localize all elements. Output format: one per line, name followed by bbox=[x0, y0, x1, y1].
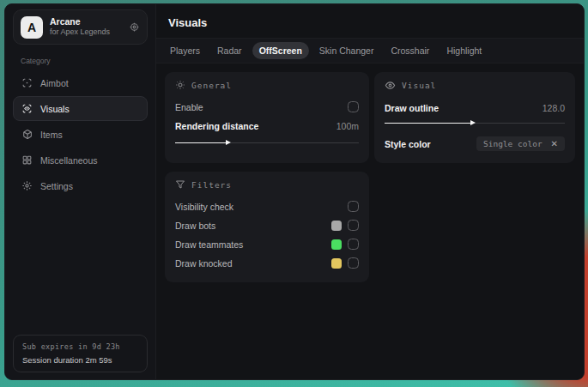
rendering-distance-slider[interactable] bbox=[175, 138, 359, 147]
sidebar-item-miscellaneous[interactable]: Miscellaneous bbox=[13, 148, 148, 172]
tab-players[interactable]: Players bbox=[163, 42, 207, 59]
draw-knocked-color-swatch[interactable] bbox=[331, 258, 342, 269]
visual-card: Visual Draw outline 128.0 Style color Si… bbox=[374, 72, 575, 163]
card-title: Filters bbox=[191, 180, 232, 190]
tab-skin-changer[interactable]: Skin Changer bbox=[312, 42, 381, 59]
draw-knocked-checkbox[interactable] bbox=[348, 257, 359, 269]
close-icon[interactable]: ✕ bbox=[551, 140, 558, 148]
draw-outline-value: 128.0 bbox=[543, 103, 565, 113]
draw-bots-row: Draw bots bbox=[175, 216, 359, 234]
sidebar: A Arcane for Apex Legends Category bbox=[5, 4, 156, 379]
app-logo: A bbox=[21, 16, 43, 39]
visibility-check-row: Visibility check bbox=[175, 197, 359, 215]
visibility-check-checkbox[interactable] bbox=[348, 201, 359, 212]
category-label: Category bbox=[21, 57, 148, 65]
crosshair-icon bbox=[21, 77, 33, 88]
sidebar-item-items[interactable]: Items bbox=[13, 122, 148, 147]
subscription-info: Sub expires in 9d 23h Session duration 2… bbox=[13, 335, 148, 372]
style-color-row: Style color Single color ✕ bbox=[385, 135, 565, 153]
package-icon bbox=[21, 129, 33, 140]
scan-eye-icon bbox=[21, 103, 33, 114]
enable-checkbox[interactable] bbox=[348, 101, 359, 112]
sidebar-item-visuals[interactable]: Visuals bbox=[13, 96, 148, 121]
sidebar-nav: Aimbot Visuals bbox=[13, 70, 148, 198]
content-area: General Enable Rendering distance 100m bbox=[156, 63, 584, 379]
rendering-distance-row: Rendering distance 100m bbox=[175, 117, 359, 135]
gear-icon[interactable] bbox=[129, 21, 140, 33]
tab-offscreen[interactable]: OffScreen bbox=[252, 42, 309, 59]
draw-outline-slider[interactable] bbox=[385, 118, 565, 127]
main-panel: Visuals Players Radar OffScreen Skin Cha… bbox=[156, 4, 584, 379]
sun-icon bbox=[175, 80, 185, 90]
tab-bar: Players Radar OffScreen Skin Changer Cro… bbox=[156, 38, 584, 63]
tab-radar[interactable]: Radar bbox=[210, 42, 249, 59]
draw-teammates-color-swatch[interactable] bbox=[331, 239, 342, 250]
session-duration-text: Session duration 2m 59s bbox=[22, 355, 138, 365]
sidebar-item-label: Items bbox=[40, 130, 63, 140]
enable-row: Enable bbox=[175, 98, 359, 116]
app-window: A Arcane for Apex Legends Category bbox=[4, 3, 585, 380]
style-color-select[interactable]: Single color ✕ bbox=[476, 136, 565, 151]
draw-knocked-row: Draw knocked bbox=[175, 254, 359, 272]
draw-teammates-row: Draw teammates bbox=[175, 235, 359, 253]
funnel-icon bbox=[175, 179, 185, 190]
sub-expires-text: Sub expires in 9d 23h bbox=[22, 342, 138, 351]
draw-bots-color-swatch[interactable] bbox=[331, 221, 342, 231]
page-title: Visuals bbox=[156, 4, 584, 38]
sidebar-item-label: Visuals bbox=[40, 104, 70, 114]
eye-icon bbox=[385, 80, 396, 91]
sidebar-item-label: Aimbot bbox=[40, 78, 69, 88]
app-subtitle: for Apex Legends bbox=[50, 27, 122, 37]
gear-icon bbox=[21, 180, 33, 191]
draw-outline-row: Draw outline 128.0 bbox=[385, 99, 565, 117]
filters-card: Filters Visibility check Draw bots Draw … bbox=[165, 172, 369, 282]
tab-crosshair[interactable]: Crosshair bbox=[384, 42, 436, 59]
sidebar-item-settings[interactable]: Settings bbox=[13, 173, 148, 198]
sidebar-item-label: Miscellaneous bbox=[40, 155, 98, 166]
card-title: Visual bbox=[402, 81, 436, 90]
grid-icon bbox=[21, 154, 33, 166]
draw-bots-checkbox[interactable] bbox=[348, 220, 359, 231]
sidebar-item-aimbot[interactable]: Aimbot bbox=[13, 70, 148, 95]
app-header-card: A Arcane for Apex Legends bbox=[13, 9, 148, 45]
tab-highlight[interactable]: Highlight bbox=[439, 42, 488, 59]
draw-teammates-checkbox[interactable] bbox=[348, 239, 359, 250]
app-name: Arcane bbox=[50, 16, 122, 27]
general-card: General Enable Rendering distance 100m bbox=[165, 72, 369, 163]
rendering-distance-value: 100m bbox=[336, 121, 359, 131]
sidebar-item-label: Settings bbox=[40, 181, 73, 191]
card-title: General bbox=[191, 81, 232, 90]
